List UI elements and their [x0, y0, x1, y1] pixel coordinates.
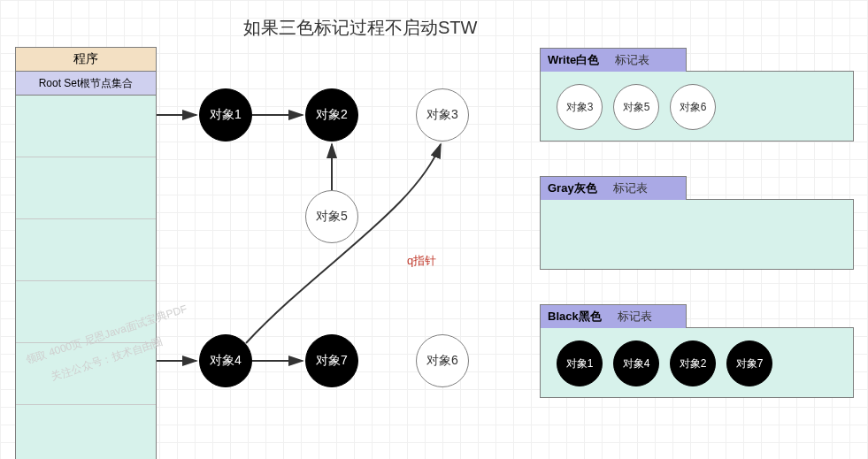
node-object7: 对象7: [305, 334, 358, 387]
column-header-program: 程序: [16, 48, 156, 72]
node-object5: 对象5: [305, 190, 358, 243]
black-item: 对象7: [726, 340, 772, 386]
node-object1: 对象1: [199, 88, 252, 142]
white-panel-tab: Write白色 标记表: [540, 48, 687, 72]
pointer-note: q指针: [407, 253, 436, 269]
diagram-canvas: 如果三色标记过程不启动STW 程序 Root Set根节点集合 对象1 对象2 …: [0, 0, 868, 459]
node-object4: 对象4: [199, 334, 252, 387]
column-header-rootset: Root Set根节点集合: [16, 72, 156, 96]
node-object6: 对象6: [416, 334, 469, 387]
black-panel-label: 标记表: [618, 309, 652, 325]
root-slot: [16, 96, 156, 157]
gray-panel-tab: Gray灰色 标记表: [540, 176, 687, 200]
white-item: 对象3: [557, 84, 603, 130]
white-panel-label: 标记表: [615, 52, 649, 68]
black-item: 对象2: [670, 340, 716, 386]
black-item: 对象4: [613, 340, 659, 386]
black-mark-panel: Black黑色 标记表 对象1 对象4 对象2 对象7: [540, 327, 854, 398]
white-item: 对象5: [613, 84, 659, 130]
gray-mark-panel: Gray灰色 标记表: [540, 199, 854, 270]
white-panel-category: Write白色: [548, 52, 599, 68]
white-mark-panel: Write白色 标记表 对象3 对象5 对象6: [540, 71, 854, 142]
gray-panel-label: 标记表: [613, 180, 648, 196]
root-set-column: 程序 Root Set根节点集合: [15, 47, 157, 459]
diagram-title: 如果三色标记过程不启动STW: [243, 16, 477, 40]
black-item: 对象1: [557, 340, 603, 386]
root-slot: [16, 157, 156, 219]
gray-panel-category: Gray灰色: [548, 180, 597, 196]
black-panel-category: Black黑色: [548, 309, 602, 325]
node-object2: 对象2: [305, 88, 358, 142]
root-slot: [16, 219, 156, 281]
node-object3: 对象3: [416, 88, 469, 142]
white-item: 对象6: [670, 84, 716, 130]
root-slot: [16, 405, 156, 459]
black-panel-tab: Black黑色 标记表: [540, 304, 687, 328]
